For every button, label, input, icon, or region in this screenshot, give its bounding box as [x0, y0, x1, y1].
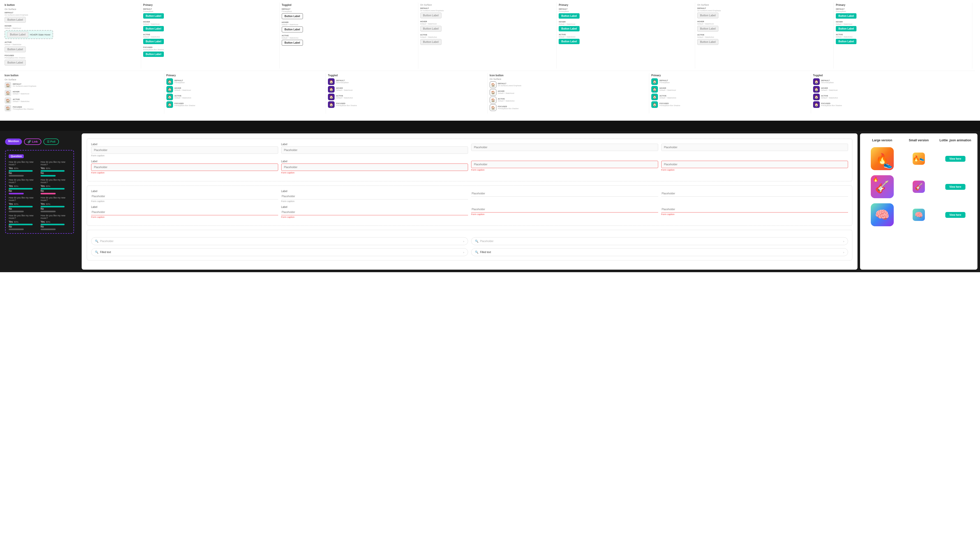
icon-btn-active[interactable]: 🏠 [5, 97, 11, 104]
icon2-btn-hover[interactable]: 🏠 [490, 89, 496, 96]
btn-default-toggled[interactable]: Button Label [282, 13, 303, 19]
button-states-container: b button On Surface DEFAULT On Surface/L… [0, 3, 975, 68]
btn3-hover-primary[interactable]: Button Label [836, 26, 856, 32]
search-box-1[interactable]: 🔍 Placeholder › [91, 237, 468, 245]
button-toggled-section: Toggled DEFAULT PrimaryBase Button Label… [280, 3, 418, 68]
btn-default-on-surface[interactable]: Button Label [5, 17, 26, 23]
icon-state-active: 🏠 ACTIVE Default + StateActive [5, 97, 162, 104]
btn3-active-primary[interactable]: Button Label [836, 39, 856, 44]
btn-focused-primary[interactable]: Button Label [143, 52, 164, 57]
icon-t2-btn-active[interactable]: 🏠 [813, 94, 820, 100]
form-input-err-2[interactable] [281, 164, 468, 171]
btn2-hover-primary[interactable]: Button Label [558, 26, 579, 32]
icon-p2-btn-hover[interactable]: 🏠 [651, 86, 658, 93]
btn2-default-primary[interactable]: Button Label [558, 13, 579, 19]
view-here-btn-3[interactable]: View here [945, 212, 966, 218]
icon-t2-btn-default[interactable]: 🏠 [813, 78, 820, 85]
form-input-2[interactable] [281, 146, 468, 154]
search-filled-1[interactable]: 🔍 Filled text › [91, 248, 468, 256]
btn-active-toggled[interactable]: Button Label [282, 40, 303, 46]
icon2-hover: 🏠 HOVER Default + StateHover [490, 89, 647, 96]
btn2-active-surface[interactable]: Button Label [420, 39, 442, 45]
page-wrapper: b button On Surface DEFAULT On Surface/L… [0, 0, 980, 272]
btn-default-primary[interactable]: Button Label [143, 13, 164, 19]
search-box-2[interactable]: 🔍 Placeholder › [471, 237, 848, 245]
btn3-default-primary[interactable]: Button Label [836, 13, 856, 19]
icon-primary-btn-active[interactable]: 🏠 [166, 94, 173, 100]
form-input-1[interactable] [91, 146, 278, 154]
view-here-btn-1[interactable]: View here [945, 156, 966, 162]
toggled-section-title: Toggled [282, 3, 416, 6]
btn-active-primary[interactable]: Button Label [143, 39, 164, 44]
btn-focused-on-surface[interactable]: Button Label [5, 60, 26, 65]
filled-search-row: 🔍 Filled text › 🔍 Filled text › [91, 248, 848, 256]
link-tag[interactable]: 🔗 Link [24, 138, 41, 145]
icon-toggled-2-title: Toggled [813, 74, 970, 77]
form-input-err-1[interactable] [91, 164, 278, 171]
state-default: DEFAULT On Surface/Lowest Emphasis Butto… [5, 11, 139, 23]
form-input-err-4[interactable] [661, 161, 848, 168]
underline-err-label-1: Label [91, 206, 278, 208]
icon-btn-primary-1: Primary 🏠 DEFAULT PrimaryBase 🏠 HOVER De… [164, 73, 326, 114]
icon-toggled-btn-default[interactable]: 🏠 [328, 78, 334, 85]
field-label-err-1: Label [91, 160, 278, 163]
icon-primary-btn-focused[interactable]: 🏠 [166, 101, 173, 108]
no-bar-2 [41, 175, 56, 176]
state-active: ACTIVE Default + StateActive Button Labe… [5, 41, 139, 52]
icon-primary-btn-default[interactable]: 🏠 [166, 78, 173, 85]
btn3-hover-surface[interactable]: Button Label [697, 26, 718, 32]
top-section: b button On Surface DEFAULT On Surface/L… [0, 0, 980, 121]
underline-err-2: Label Form caption [281, 206, 468, 218]
icon-p2-btn-active[interactable]: 🏠 [651, 94, 658, 100]
underline-input-2[interactable] [281, 193, 468, 200]
btn2-default-surface[interactable]: Button Label [420, 13, 442, 18]
icon-btn-hover[interactable]: 🏠 [5, 89, 11, 96]
state-focused-primary: FOCUSED PrimaryBase Box Shadow Button La… [143, 46, 277, 57]
btn-hover-on-surface[interactable]: Button Label [7, 32, 28, 38]
icon-primary-hover: 🏠 HOVER Default + StateHover [166, 86, 324, 93]
form-group-2: Label [281, 143, 468, 154]
icon2-btn-default[interactable]: 🏠 [490, 81, 496, 88]
btn2-active-primary[interactable]: Button Label [558, 39, 579, 44]
icon-p2-btn-focused[interactable]: 🏠 [651, 101, 658, 108]
underline-err-input-3[interactable] [471, 206, 658, 213]
underline-err-input-1[interactable] [91, 209, 278, 215]
icon-t2-btn-focused[interactable]: 🏠 [813, 101, 820, 108]
underline-err-input-2[interactable] [281, 209, 468, 215]
view-here-btn-2[interactable]: View here [945, 184, 966, 190]
icon-toggled-btn-active[interactable]: 🏠 [328, 94, 334, 100]
btn3-default-surface[interactable]: Button Label [697, 13, 718, 18]
question-label: Question [9, 154, 24, 158]
form-input-3[interactable] [471, 144, 658, 151]
link-icon: 🔗 [27, 140, 31, 143]
icon-toggled-btn-focused[interactable]: 🏠 [328, 101, 334, 108]
form-group-err-4: Form caption [661, 160, 848, 171]
icon-toggled-btn-hover[interactable]: 🏠 [328, 86, 334, 93]
underline-input-1[interactable] [91, 193, 278, 200]
underline-input-4[interactable] [661, 191, 848, 197]
poll-tag[interactable]: ☰ Poll [43, 138, 59, 145]
btn2-hover-surface[interactable]: Button Label [420, 26, 442, 32]
no-bar-1 [9, 175, 24, 176]
icon-p2-btn-default[interactable]: 🏠 [651, 78, 658, 85]
fire2-emoji-large: 🔥 [873, 176, 878, 182]
mention-tag[interactable]: Mention [5, 138, 22, 145]
form-input-4[interactable] [661, 144, 848, 151]
underline-err-input-4[interactable] [661, 206, 848, 213]
btn3-active-surface[interactable]: Button Label [697, 39, 718, 45]
no-label-2: No [41, 171, 44, 175]
icon-primary-btn-hover[interactable]: 🏠 [166, 86, 173, 93]
icon2-btn-active[interactable]: 🏠 [490, 97, 496, 103]
icon-btn-focused[interactable]: 🏠 [5, 105, 11, 111]
poll-item-7: How do you like my new music? Yes 80% No [9, 214, 38, 230]
icon-btn-default[interactable]: 🏠 [5, 82, 11, 89]
underline-group-3 [471, 190, 658, 197]
btn-active-on-surface[interactable]: Button Label [5, 46, 26, 52]
btn-hover-primary[interactable]: Button Label [143, 26, 164, 32]
form-input-err-3[interactable] [471, 161, 658, 168]
icon-t2-btn-hover[interactable]: 🏠 [813, 86, 820, 93]
btn-hover-toggled[interactable]: Button Label [282, 27, 303, 32]
icon2-btn-focused[interactable]: 🏠 [490, 104, 496, 111]
search-filled-2[interactable]: 🔍 Filled text › [471, 248, 848, 256]
underline-input-3[interactable] [471, 191, 658, 197]
